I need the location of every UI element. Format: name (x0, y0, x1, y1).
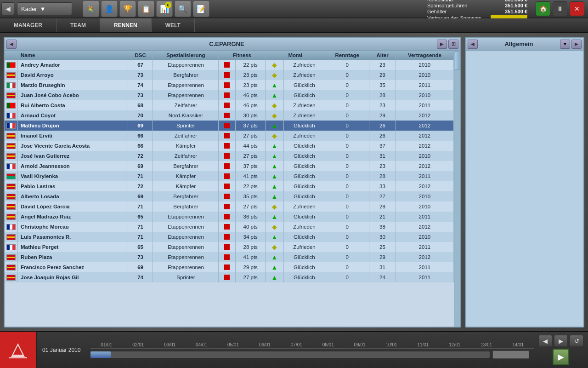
scrollbar-thumb[interactable] (455, 52, 460, 70)
exit-button[interactable]: ✕ (570, 1, 584, 16)
kader-dropdown[interactable]: Kader ▼ (17, 2, 72, 15)
moral-value: Glücklich (283, 212, 325, 222)
vertragsende-value: 2010 (396, 70, 453, 80)
search-icon-btn[interactable]: 🔍 (175, 0, 191, 17)
vertragsende-value: 2010 (396, 90, 453, 100)
timeline-reset-btn[interactable]: ↺ (570, 335, 583, 347)
table-row[interactable]: Pablo Lastras 72 Kämpfer 22 pts ▲ Glückl… (5, 181, 454, 191)
table-row[interactable]: Christophe Moreau 71 Etappenrennen 40 pt… (5, 222, 454, 232)
mood-icon-cell: ▲ (266, 161, 283, 171)
rider-name: Arnold Jeannesson (18, 161, 128, 171)
table-row[interactable]: Andrey Amador 67 Etappenrennen 22 pts ◆ … (5, 60, 454, 70)
table-row[interactable]: Ruben Plaza 73 Etappenrennen 41 pts ▲ Gl… (5, 252, 454, 262)
mood-icon-cell: ◆ (266, 100, 283, 110)
left-panel-next[interactable]: ▶ (437, 40, 447, 49)
rider-name: Imanol Erviti (18, 131, 128, 141)
right-panel-prev[interactable]: ◀ (468, 40, 478, 49)
table-row[interactable]: Mathieu Perget 65 Etappenrennen 28 pts ◆… (5, 242, 454, 252)
timeline-input[interactable] (492, 351, 529, 359)
country-flag (6, 153, 16, 159)
tab-manager[interactable]: MANAGER (0, 18, 57, 32)
table-row[interactable]: José Ivan Gutierrez 72 Zeitfahrer 27 pts… (5, 151, 454, 161)
spezialisierung: Etappenrennen (153, 242, 219, 252)
timeline-prev-btn[interactable]: ◀ (538, 335, 552, 347)
vertragsende-value: 2012 (396, 161, 453, 171)
notes-icon-btn[interactable]: 📝 (193, 0, 209, 17)
flag-cell (5, 90, 18, 100)
table-row[interactable]: Rui Alberto Costa 68 Zeitfahrer 46 pts ◆… (5, 100, 454, 110)
pause-button[interactable]: ⏸ (553, 1, 567, 16)
play-button[interactable]: ▶ (553, 349, 569, 365)
flag-cell (5, 181, 18, 191)
table-row[interactable]: Juan José Cobo Acebo 73 Etappenrennen 46… (5, 90, 454, 100)
tab-welt[interactable]: WELT (152, 18, 195, 32)
team-icon-btn[interactable]: 🏆 (119, 0, 136, 17)
tab-rennen[interactable]: RENNEN (100, 18, 152, 32)
rider-name: Christophe Moreau (18, 222, 128, 232)
spezialisierung: Kämpfer (153, 141, 219, 151)
moral-value: Glücklich (283, 121, 325, 131)
riders-table-container[interactable]: Name DSC Spezialisierung Fitness Moral R… (5, 51, 454, 327)
fitness-indicator (224, 113, 230, 118)
moral-value: Glücklich (283, 272, 325, 282)
dsc-value: 66 (128, 141, 153, 151)
spezialisierung: Kämpfer (153, 171, 219, 181)
vertragsende-value: 2011 (396, 262, 453, 272)
fitness-indicator (224, 82, 230, 88)
table-row[interactable]: Arnold Jeannesson 69 Bergfahrer 37 pts ▲… (5, 161, 454, 171)
dsc-value: 74 (128, 272, 153, 282)
timeline-next-btn[interactable]: ▶ (554, 335, 568, 347)
cyclist-icon-btn[interactable]: 🚴 (83, 0, 99, 17)
fitness-red-box (219, 252, 236, 262)
table-scrollbar[interactable] (454, 51, 460, 327)
moral-value: Zufrieden (283, 70, 325, 80)
dsc-value: 73 (128, 70, 153, 80)
contract-icon-btn[interactable]: 📋 (138, 0, 154, 17)
fitness-pts: 44 pts (236, 141, 266, 151)
manager-icon-btn[interactable]: 👤 (101, 0, 118, 17)
table-row[interactable]: Alberto Losada 69 Bergfahrer 35 pts ▲ Gl… (5, 191, 454, 201)
table-row[interactable]: Francisco Perez Sanchez 69 Etappenrennen… (5, 262, 454, 272)
table-row[interactable]: Luis Pasamontes R. 71 Etappenrennen 34 p… (5, 232, 454, 242)
th-renntage: Renntage (325, 51, 369, 60)
table-row[interactable]: Arnaud Coyot 70 Nord-Klassiker 30 pts ◆ … (5, 110, 454, 121)
vertragsende-value: 2010 (396, 232, 453, 242)
right-panel-dropdown[interactable]: ▼ (560, 40, 570, 49)
timeline-month: 03/01 (154, 341, 186, 348)
country-flag (6, 275, 16, 281)
table-row[interactable]: Marzio Bruseghin 74 Etappenrennen 23 pts… (5, 80, 454, 90)
vertragsende-value: 2012 (396, 141, 453, 151)
fitness-pts: 34 pts (236, 232, 266, 242)
fitness-pts: 27 pts (236, 151, 266, 161)
moral-value: Zufrieden (283, 222, 325, 232)
table-row[interactable]: Mathieu Drujon 69 Sprinter 37 pts ▲ Glüc… (5, 121, 454, 131)
flag-cell (5, 171, 18, 181)
table-row[interactable]: Vasil Kiryienka 71 Kämpfer 41 pts ▲ Glüc… (5, 171, 454, 181)
alter-value: 23 (369, 100, 396, 110)
table-row[interactable]: David Arroyo 73 Bergfahrer 23 pts ◆ Zufr… (5, 70, 454, 80)
timeline-month: 01/01 (90, 341, 122, 348)
right-panel-next[interactable]: ▶ (571, 40, 582, 49)
table-row[interactable]: Imanol Erviti 66 Zeitfahrer 27 pts ◆ Zuf… (5, 131, 454, 141)
vertragsende-value: 2010 (396, 151, 453, 161)
home-button[interactable]: 🏠 (536, 1, 550, 16)
left-panel-prev[interactable]: ◀ (6, 40, 17, 49)
spezialisierung: Etappenrennen (153, 232, 219, 242)
flag-cell (5, 201, 18, 212)
stats-icon-btn[interactable]: 📊0 (156, 0, 173, 17)
tab-team[interactable]: TEAM (57, 18, 100, 32)
mood-icon-cell: ◆ (266, 201, 283, 212)
mood-neutral-icon: ◆ (272, 112, 277, 119)
back-button[interactable]: ◀ (1, 2, 14, 15)
table-row[interactable]: Jose Joaquin Rojas Gil 74 Sprinter 27 pt… (5, 272, 454, 282)
table-row[interactable]: Jose Vicente Garcia Acosta 66 Kämpfer 44… (5, 141, 454, 151)
flag-cell (5, 222, 18, 232)
fitness-red-box (219, 222, 236, 232)
mood-icon-cell: ◆ (266, 242, 283, 252)
mood-up-icon: ▲ (271, 152, 278, 160)
renntage-value: 0 (325, 252, 369, 262)
table-row[interactable]: David López Garcia 71 Bergfahrer 27 pts … (5, 201, 454, 212)
country-flag (6, 194, 16, 200)
left-panel-expand[interactable]: ⊞ (448, 40, 458, 49)
table-row[interactable]: Angel Madrazo Ruiz 65 Etappenrennen 36 p… (5, 212, 454, 222)
